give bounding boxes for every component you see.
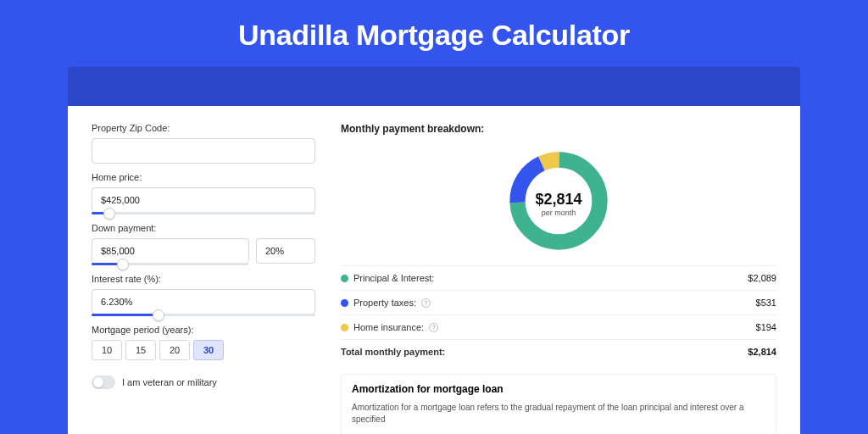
zip-label: Property Zip Code: bbox=[92, 123, 315, 133]
info-icon[interactable]: ? bbox=[429, 323, 438, 332]
home-price-slider[interactable] bbox=[92, 212, 315, 214]
amortization-text: Amortization for a mortgage loan refers … bbox=[352, 402, 765, 426]
breakdown-value: $531 bbox=[756, 298, 776, 308]
veteran-toggle[interactable] bbox=[92, 376, 115, 389]
breakdown-row: Principal & Interest:$2,089 bbox=[341, 265, 776, 290]
period-button-30[interactable]: 30 bbox=[193, 340, 224, 360]
breakdown-label: Principal & Interest: bbox=[353, 273, 434, 283]
breakdown-column: Monthly payment breakdown: $2,814 per mo… bbox=[341, 123, 776, 434]
legend-dot bbox=[341, 324, 348, 331]
slider-thumb[interactable] bbox=[153, 309, 164, 321]
amortization-title: Amortization for mortgage loan bbox=[352, 383, 765, 395]
total-label: Total monthly payment: bbox=[341, 347, 445, 357]
calculator-panel: Property Zip Code: Home price: Down paym… bbox=[68, 106, 800, 434]
inputs-column: Property Zip Code: Home price: Down paym… bbox=[92, 123, 315, 434]
mortgage-period-options: 10152030 bbox=[92, 340, 315, 360]
header-band bbox=[68, 67, 800, 106]
down-payment-amount-input[interactable] bbox=[92, 238, 249, 264]
interest-rate-input[interactable] bbox=[92, 289, 315, 314]
breakdown-value: $2,089 bbox=[748, 273, 776, 283]
legend-dot bbox=[341, 275, 348, 282]
slider-thumb[interactable] bbox=[117, 259, 129, 270]
interest-rate-slider[interactable] bbox=[92, 314, 315, 316]
breakdown-value: $194 bbox=[756, 322, 776, 332]
page-title: Unadilla Mortgage Calculator bbox=[0, 0, 868, 52]
breakdown-row: Property taxes:?$531 bbox=[341, 290, 776, 314]
down-payment-slider[interactable] bbox=[92, 263, 248, 265]
legend-dot bbox=[341, 299, 348, 307]
donut-sub: per month bbox=[535, 209, 581, 217]
slider-fill bbox=[92, 314, 159, 316]
home-price-label: Home price: bbox=[92, 172, 315, 182]
down-payment-label: Down payment: bbox=[92, 223, 315, 233]
breakdown-label: Home insurance: bbox=[353, 322, 424, 332]
donut-chart: $2,814 per month bbox=[341, 140, 776, 265]
info-icon[interactable]: ? bbox=[421, 298, 431, 308]
interest-rate-label: Interest rate (%): bbox=[92, 274, 315, 284]
veteran-label: I am veteran or military bbox=[122, 377, 217, 387]
period-button-10[interactable]: 10 bbox=[92, 340, 122, 360]
slider-thumb[interactable] bbox=[103, 208, 115, 220]
mortgage-period-label: Mortgage period (years): bbox=[92, 325, 315, 335]
amortization-box: Amortization for mortgage loan Amortizat… bbox=[341, 374, 776, 434]
breakdown-row: Home insurance:?$194 bbox=[341, 314, 776, 339]
breakdown-label: Property taxes: bbox=[353, 298, 416, 308]
zip-input[interactable] bbox=[92, 138, 315, 164]
total-value: $2,814 bbox=[748, 347, 776, 357]
donut-amount: $2,814 bbox=[535, 191, 581, 209]
period-button-20[interactable]: 20 bbox=[159, 340, 190, 360]
down-payment-pct-input[interactable] bbox=[256, 238, 315, 264]
period-button-15[interactable]: 15 bbox=[125, 340, 156, 360]
breakdown-title: Monthly payment breakdown: bbox=[341, 123, 776, 135]
home-price-input[interactable] bbox=[92, 187, 315, 213]
